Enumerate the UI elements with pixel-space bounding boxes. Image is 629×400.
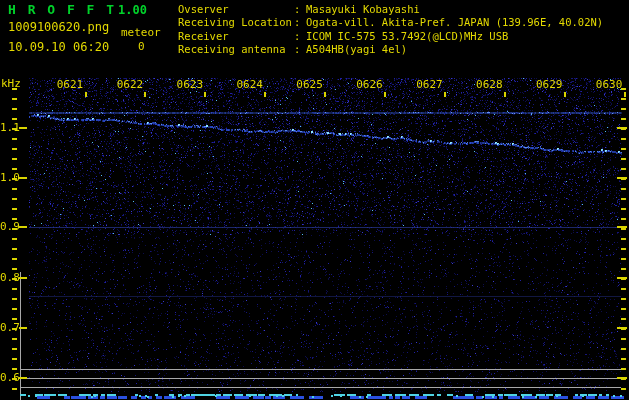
time-tick-label: 0627 [416,79,443,90]
time-tick-label: 0628 [476,79,503,90]
info-value: Masayuki Kobayashi [306,3,420,15]
observation-datetime: 10.09.10 06:20 [8,40,109,54]
app-version: 1.00 [118,3,147,17]
y-tick-label: 0.7 [0,322,19,333]
info-value: ICOM IC-575 53.7492(@LCD)MHz USB [306,30,508,42]
time-tick-label: 0630 [596,79,623,90]
time-tick-label: 0625 [296,79,323,90]
station-info-row: Receiving antenna:A504HB(yagi 4el) [178,43,603,56]
hrofft-screen: H R O F F T 1.00 1009100620.png meteor 0… [0,0,629,400]
time-tick-label: 0624 [236,79,263,90]
station-info-table: Ovserver:Masayuki KobayashiReceiving Loc… [178,3,603,57]
info-separator: : [294,43,306,56]
y-axis-unit-label: kHz [1,77,21,90]
meteor-count-value: 0 [138,40,145,53]
y-tick-label: 0.9 [0,221,19,232]
info-value: A504HB(yagi 4el) [306,43,407,55]
time-tick-label: 0626 [356,79,383,90]
y-tick-label: 1.0 [0,172,19,183]
time-tick-label: 0623 [177,79,204,90]
time-tick-label: 0621 [57,79,84,90]
info-separator: : [294,30,306,43]
output-filename: 1009100620.png [8,20,109,34]
time-tick-label: 0622 [117,79,144,90]
spectrogram-canvas [0,0,629,400]
info-label: Ovserver [178,3,294,16]
info-separator: : [294,16,306,29]
info-label: Receiving Location [178,16,294,29]
info-label: Receiving antenna [178,43,294,56]
y-tick-label: 1.1 [0,122,19,133]
meteor-count-label: meteor [121,26,161,39]
time-tick-label: 0629 [536,79,563,90]
y-tick-label: 0.8 [0,272,19,283]
app-title: H R O F F T [8,2,116,17]
info-label: Receiver [178,30,294,43]
station-info-row: Receiver:ICOM IC-575 53.7492(@LCD)MHz US… [178,30,603,43]
station-info-row: Receiving Location:Ogata-vill. Akita-Pre… [178,16,603,29]
info-value: Ogata-vill. Akita-Pref. JAPAN (139.96E, … [306,16,603,28]
info-separator: : [294,3,306,16]
y-tick-label: 0.6 [0,372,19,383]
station-info-row: Ovserver:Masayuki Kobayashi [178,3,603,16]
